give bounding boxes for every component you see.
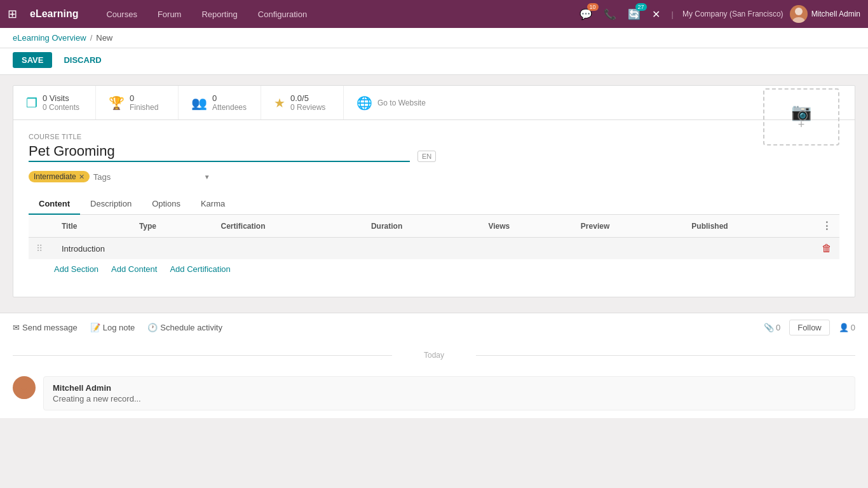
globe-icon: 🌐 [356, 95, 372, 111]
chatter-avatar [13, 376, 36, 399]
add-links-row: Add Section Add Content Add Certificatio… [29, 259, 839, 284]
clock-icon: 🕐 [147, 323, 158, 332]
note-icon: 📝 [90, 323, 100, 332]
add-content-link[interactable]: Add Content [111, 264, 157, 274]
stat-goto[interactable]: 🌐 Go to Website [344, 86, 438, 119]
send-message-btn[interactable]: ✉ Send message [13, 323, 78, 332]
course-title-input[interactable] [29, 142, 410, 162]
stats-bar: ❐ 0 Visits 0 Contents 🏆 0 Finished 👥 0 A… [13, 86, 855, 120]
add-certification-link[interactable]: Add Certification [170, 264, 230, 274]
message-icon: ✉ [13, 323, 20, 332]
action-bar: SAVE DISCARD [0, 48, 868, 75]
col-views: Views [480, 215, 573, 238]
tag-remove[interactable]: ✕ [79, 173, 85, 181]
content-table: Title Type Certification Duration Views … [29, 215, 839, 259]
user-name: Mitchell Admin [811, 10, 860, 18]
tab-description[interactable]: Description [80, 194, 142, 215]
tag-label: Intermediate [34, 172, 76, 181]
person-icon: 👤 [839, 323, 849, 332]
app-brand: eLearning [30, 8, 78, 20]
col-preview: Preview [573, 215, 684, 238]
tab-content[interactable]: Content [29, 194, 80, 215]
breadcrumb-current: New [96, 33, 112, 43]
chatter-message: Mitchell Admin Creating a new record... [13, 369, 855, 418]
chatter-text: Creating a new record... [53, 394, 846, 403]
nav-courses[interactable]: Courses [101, 7, 142, 22]
tabs-row: Content Description Options Karma [29, 194, 839, 215]
user-avatar [790, 5, 808, 23]
contents-count: 0 Contents [43, 103, 79, 112]
attendees-count: 0 [212, 93, 247, 103]
nav-reporting[interactable]: Reporting [196, 7, 242, 22]
paperclip-icon: 📎 [764, 323, 774, 332]
nav-forum[interactable]: Forum [153, 7, 187, 22]
lang-badge[interactable]: EN [417, 151, 436, 162]
tab-options[interactable]: Options [142, 194, 191, 215]
breadcrumb-parent[interactable]: eLearning Overview [13, 33, 86, 43]
col-certification: Certification [213, 215, 363, 238]
star-icon: ★ [274, 95, 285, 111]
svg-point-0 [795, 8, 803, 15]
col-published: Published [684, 215, 814, 238]
nav-configuration[interactable]: Configuration [253, 7, 312, 22]
stat-visits[interactable]: ❐ 0 Visits 0 Contents [13, 86, 96, 119]
attendees-label: Attendees [212, 103, 247, 112]
tag-intermediate[interactable]: Intermediate ✕ [29, 171, 90, 182]
drag-handle[interactable]: ⠿ [36, 243, 43, 254]
goto-label: Go to Website [377, 98, 426, 107]
topnav: ⊞ eLearning Courses Forum Reporting Conf… [0, 0, 868, 28]
reviews-count: 0 Reviews [290, 103, 325, 112]
chat-badge: 10 [587, 3, 599, 11]
visits-icon: ❐ [26, 95, 37, 111]
chat-icon[interactable]: 💬 10 [577, 6, 595, 23]
section-name: Introduction [54, 238, 814, 260]
chatter-author: Mitchell Admin [53, 383, 846, 393]
grid-icon[interactable]: ⊞ [8, 7, 17, 21]
finished-label: Finished [130, 103, 158, 112]
activity-icon[interactable]: 🔄 27 [625, 6, 643, 23]
photo-upload[interactable]: 📷 + [763, 88, 839, 146]
add-section-link[interactable]: Add Section [54, 264, 98, 274]
user-menu[interactable]: Mitchell Admin [790, 5, 860, 23]
trophy-icon: 🏆 [109, 95, 125, 111]
svg-point-2 [19, 379, 29, 390]
company-name: My Company (San Francisco) [682, 10, 783, 18]
followers-count: 👤 0 [839, 323, 855, 332]
chatter-date-divider: Today [13, 342, 855, 369]
chatter-area: Today Mitchell Admin Creating a new reco… [0, 342, 868, 418]
svg-point-3 [16, 392, 32, 399]
discard-button[interactable]: DISCARD [57, 52, 107, 68]
course-title-label: Course Title [29, 133, 839, 140]
stat-reviews[interactable]: ★ 0.0/5 0 Reviews [261, 86, 344, 119]
finished-count: 0 [130, 93, 158, 103]
save-button[interactable]: SAVE [13, 52, 52, 68]
tags-row: Intermediate ✕ ▼ [29, 171, 839, 182]
form-body: 📷 + Course Title EN Intermediate ✕ ▼ [13, 120, 855, 297]
phone-icon[interactable]: 📞 [601, 6, 619, 23]
col-duration: Duration [363, 215, 480, 238]
nav-sep: | [672, 10, 674, 19]
table-row: ⠿ Introduction 🗑 [29, 238, 839, 260]
form-card: ❐ 0 Visits 0 Contents 🏆 0 Finished 👥 0 A… [13, 85, 855, 297]
visits-count: 0 Visits [43, 93, 79, 103]
chatter-body: Mitchell Admin Creating a new record... [43, 376, 855, 410]
stat-attendees[interactable]: 👥 0 Attendees [179, 86, 261, 119]
table-menu-icon[interactable]: ⋮ [822, 220, 832, 231]
col-title: Title [54, 215, 132, 238]
settings-icon[interactable]: ✕ [649, 6, 663, 23]
main-content: ❐ 0 Visits 0 Contents 🏆 0 Finished 👥 0 A… [0, 75, 868, 308]
activity-badge: 27 [635, 3, 647, 11]
reviews-score: 0.0/5 [290, 93, 325, 103]
chatter-actions: ✉ Send message 📝 Log note 🕐 Schedule act… [0, 313, 868, 342]
log-note-btn[interactable]: 📝 Log note [90, 323, 135, 332]
attendees-icon: 👥 [191, 95, 207, 111]
delete-section-icon[interactable]: 🗑 [822, 243, 832, 254]
tags-dropdown-icon[interactable]: ▼ [204, 173, 210, 180]
tags-input[interactable] [93, 172, 200, 182]
col-type: Type [132, 215, 214, 238]
schedule-activity-btn[interactable]: 🕐 Schedule activity [147, 323, 222, 332]
breadcrumb: eLearning Overview / New [0, 28, 868, 48]
follow-button[interactable]: Follow [789, 320, 830, 336]
tab-karma[interactable]: Karma [191, 194, 235, 215]
stat-finished[interactable]: 🏆 0 Finished [96, 86, 179, 119]
